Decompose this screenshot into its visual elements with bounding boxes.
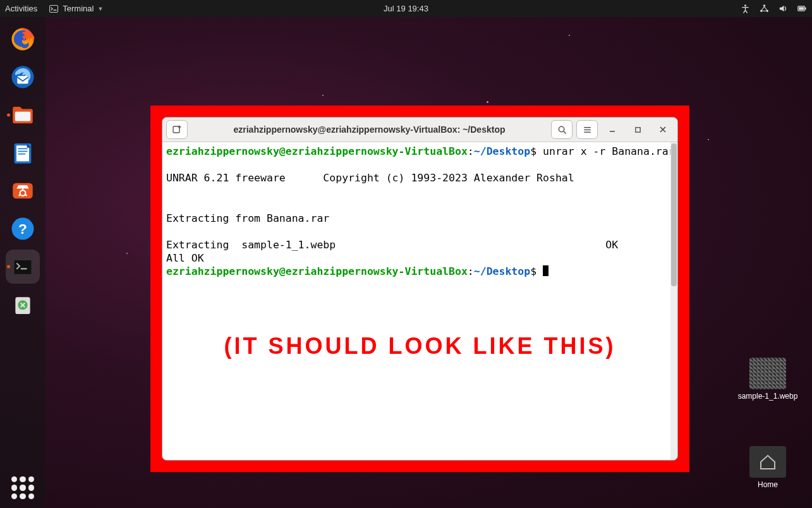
dock-item-help[interactable]: ? bbox=[6, 212, 40, 246]
svg-point-2 bbox=[763, 4, 765, 6]
prompt-path: ~/Desktop bbox=[474, 145, 530, 157]
terminal-line: UNRAR 6.21 freeware Copyright (c) 1993-2… bbox=[166, 172, 574, 184]
terminal-title: ezriahzippernowsky@ezriahzippernowsky-Vi… bbox=[191, 124, 547, 135]
close-icon bbox=[659, 126, 667, 133]
terminal-small-icon bbox=[49, 4, 59, 14]
terminal-line: Extracting sample-1_1.webp OK bbox=[166, 239, 624, 251]
dock-item-terminal[interactable] bbox=[6, 250, 40, 284]
star-deco bbox=[126, 253, 128, 254]
terminal-titlebar[interactable]: ezriahzippernowsky@ezriahzippernowsky-Vi… bbox=[162, 118, 677, 142]
svg-rect-22 bbox=[15, 260, 32, 274]
svg-point-1 bbox=[744, 4, 746, 6]
volume-icon[interactable] bbox=[778, 4, 788, 14]
prompt-sep: : bbox=[468, 265, 474, 277]
new-tab-icon bbox=[172, 124, 182, 135]
hamburger-icon bbox=[583, 125, 592, 135]
svg-rect-14 bbox=[18, 148, 28, 150]
search-icon bbox=[557, 125, 567, 135]
help-icon: ? bbox=[9, 215, 36, 242]
cursor-icon bbox=[543, 265, 548, 276]
dock-item-software[interactable] bbox=[6, 174, 40, 208]
home-folder-icon bbox=[749, 446, 786, 478]
firefox-icon bbox=[9, 26, 36, 52]
desktop-file-sample[interactable]: sample-1_1.webp bbox=[736, 358, 799, 401]
desktop-icons: sample-1_1.webp Home bbox=[736, 446, 799, 489]
new-tab-button[interactable] bbox=[166, 120, 188, 139]
activities-button[interactable]: Activities bbox=[5, 4, 37, 13]
show-applications-button[interactable] bbox=[11, 476, 34, 499]
maximize-icon bbox=[634, 126, 641, 133]
annotation-frame: ezriahzippernowsky@ezriahzippernowsky-Vi… bbox=[150, 106, 689, 472]
dock: ? bbox=[0, 17, 45, 508]
svg-rect-6 bbox=[805, 8, 806, 10]
dock-item-thunderbird[interactable] bbox=[6, 60, 40, 94]
dock-item-writer[interactable] bbox=[6, 136, 40, 170]
svg-rect-10 bbox=[17, 76, 28, 83]
star-deco bbox=[322, 95, 324, 96]
network-icon[interactable] bbox=[759, 4, 769, 14]
trash-icon bbox=[10, 292, 35, 317]
annotation-text: (IT SHOULD LOOK LIKE THIS) bbox=[162, 332, 677, 361]
files-icon bbox=[9, 102, 36, 128]
star-deco bbox=[708, 139, 709, 140]
minimize-icon bbox=[609, 126, 616, 133]
desktop-file-label: sample-1_1.webp bbox=[738, 392, 798, 401]
svg-rect-11 bbox=[15, 112, 31, 121]
top-bar: Activities Terminal ▼ Jul 19 19:43 bbox=[0, 0, 812, 17]
search-button[interactable] bbox=[551, 120, 573, 139]
dock-item-firefox[interactable] bbox=[6, 22, 40, 56]
svg-rect-13 bbox=[16, 145, 29, 161]
dock-item-trash[interactable] bbox=[6, 287, 40, 322]
terminal-window: ezriahzippernowsky@ezriahzippernowsky-Vi… bbox=[162, 117, 678, 461]
terminal-line: All OK bbox=[166, 252, 204, 264]
running-dot bbox=[7, 265, 10, 269]
active-app-label: Terminal bbox=[63, 4, 94, 13]
maximize-button[interactable] bbox=[627, 120, 648, 139]
command-text: unrar x -r Banana.rar bbox=[536, 145, 675, 157]
active-app-indicator[interactable]: Terminal ▼ bbox=[49, 4, 103, 14]
thunderbird-icon bbox=[9, 64, 36, 90]
prompt-sep: : bbox=[468, 145, 474, 157]
libreoffice-writer-icon bbox=[10, 140, 35, 166]
svg-point-25 bbox=[559, 126, 564, 131]
terminal-line: Extracting from Banana.rar bbox=[166, 212, 329, 224]
dock-item-files[interactable] bbox=[6, 98, 40, 132]
image-thumbnail-icon bbox=[749, 358, 786, 389]
scrollbar-thumb[interactable] bbox=[671, 143, 677, 286]
terminal-body[interactable]: ezriahzippernowsky@ezriahzippernowsky-Vi… bbox=[162, 142, 677, 460]
svg-rect-0 bbox=[50, 5, 58, 12]
menu-button[interactable] bbox=[576, 120, 598, 139]
accessibility-icon[interactable] bbox=[740, 4, 750, 14]
prompt-user: ezriahzippernowsky@ezriahzippernowsky-Vi… bbox=[166, 145, 468, 157]
running-dot bbox=[7, 114, 10, 117]
prompt-end: $ bbox=[530, 145, 536, 157]
minimize-button[interactable] bbox=[602, 120, 623, 139]
prompt-end: $ bbox=[530, 265, 536, 277]
svg-rect-26 bbox=[635, 127, 639, 131]
battery-icon[interactable] bbox=[797, 4, 807, 14]
desktop-home-folder[interactable]: Home bbox=[736, 446, 799, 489]
ubuntu-software-icon bbox=[9, 178, 36, 204]
clock[interactable]: Jul 19 19:43 bbox=[384, 4, 428, 13]
chevron-down-icon: ▼ bbox=[97, 6, 103, 12]
svg-rect-16 bbox=[18, 154, 26, 155]
svg-rect-15 bbox=[18, 151, 28, 152]
desktop-home-label: Home bbox=[758, 480, 778, 489]
terminal-scrollbar[interactable] bbox=[670, 142, 677, 460]
svg-rect-7 bbox=[799, 7, 804, 9]
terminal-icon bbox=[10, 254, 35, 279]
star-deco bbox=[569, 35, 570, 36]
prompt-user: ezriahzippernowsky@ezriahzippernowsky-Vi… bbox=[166, 265, 468, 277]
prompt-path: ~/Desktop bbox=[474, 265, 530, 277]
svg-rect-23 bbox=[15, 297, 30, 314]
svg-text:?: ? bbox=[18, 221, 27, 237]
close-button[interactable] bbox=[652, 120, 674, 139]
star-deco bbox=[487, 101, 488, 103]
